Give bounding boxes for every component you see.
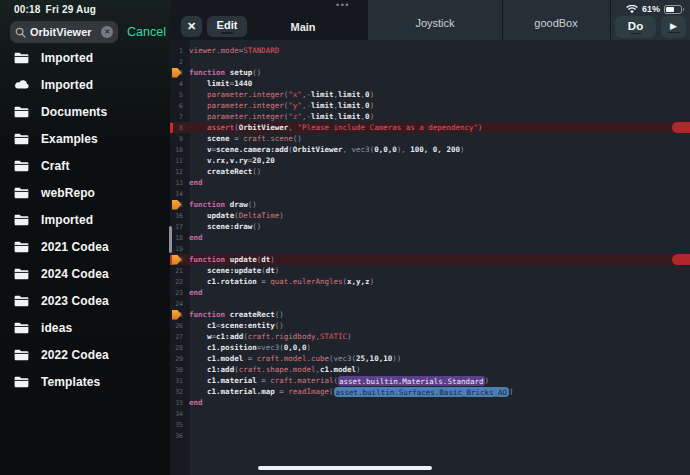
sidebar-item-craft[interactable]: Craft xyxy=(0,152,170,179)
code-line-7[interactable]: 7 parameter.integer("z",-limit,limit,0) xyxy=(170,111,690,122)
tab-more-icon[interactable]: ••• xyxy=(323,0,363,10)
code-line-28[interactable]: 28 c1.position=vec3(0,0,0) xyxy=(170,342,690,353)
sidebar-item-label: 2023 Codea xyxy=(41,294,109,308)
code-line-14[interactable]: 14 xyxy=(170,188,690,199)
do-button[interactable]: Do xyxy=(615,16,656,38)
code-text: c1.material.map = readImage(asset.builti… xyxy=(189,387,514,396)
code-line-12[interactable]: 12 createRect() xyxy=(170,166,690,177)
folder-icon xyxy=(14,159,31,172)
sidebar-item-label: Imported xyxy=(41,78,93,92)
sidebar-item-documents[interactable]: Documents xyxy=(0,98,170,125)
code-line-19[interactable]: 19 xyxy=(170,243,690,254)
code-line-26[interactable]: 26 c1=scene:entity() xyxy=(170,320,690,331)
code-line-8[interactable]: 8 assert(OrbitViewer, "Please include Ca… xyxy=(170,122,690,133)
sidebar-item-2022-codea[interactable]: 2022 Codea xyxy=(0,341,170,368)
code-text: function update(dt) xyxy=(189,255,275,264)
code-line-1[interactable]: 1viewer.mode=STANDARD xyxy=(170,45,690,56)
battery-percent: 61% xyxy=(642,4,660,14)
code-lines: 1viewer.mode=STANDARD23function setup()4… xyxy=(170,45,690,441)
edit-button[interactable]: Edit xyxy=(207,16,247,37)
line-number: 29 xyxy=(170,355,187,363)
line-number: 5 xyxy=(170,91,187,99)
line-number: 30 xyxy=(170,366,187,374)
sidebar-item-label: Craft xyxy=(41,159,70,173)
sidebar-item-imported[interactable]: Imported xyxy=(0,44,170,71)
code-text: function setup() xyxy=(189,68,261,77)
code-line-20[interactable]: 20function update(dt) xyxy=(170,254,690,265)
line-number: 11 xyxy=(170,157,187,165)
code-line-17[interactable]: 17 scene:draw() xyxy=(170,221,690,232)
code-area[interactable]: 1viewer.mode=STANDARD23function setup()4… xyxy=(170,40,690,475)
sidebar-item-2024-codea[interactable]: 2024 Codea xyxy=(0,260,170,287)
line-number: 9 xyxy=(170,135,187,143)
sidebar-scrollbar[interactable] xyxy=(169,226,172,253)
code-line-11[interactable]: 11 v.rx,v.ry=20,20 xyxy=(170,155,690,166)
code-line-32[interactable]: 32 c1.material.map = readImage(asset.bui… xyxy=(170,386,690,397)
home-indicator[interactable] xyxy=(258,466,432,471)
close-project-button[interactable]: ✕ xyxy=(181,16,202,37)
code-line-36[interactable]: 36 xyxy=(170,430,690,441)
editor: ✕ Edit ••• Main Joystick goodBox Do ▶ xyxy=(170,0,690,475)
code-line-22[interactable]: 22 c1.rotation = quat.eulerAngles(x,y,z) xyxy=(170,276,690,287)
code-text: scene = craft.scene() xyxy=(189,134,302,143)
code-line-18[interactable]: 18end xyxy=(170,232,690,243)
folder-icon xyxy=(14,375,31,388)
tab-main[interactable]: Main xyxy=(263,21,343,33)
code-line-16[interactable]: 16 update(DeltaTime) xyxy=(170,210,690,221)
editor-header: ✕ Edit ••• Main Joystick goodBox Do ▶ xyxy=(170,0,690,40)
code-line-27[interactable]: 27 w=c1:add(craft.rigidbody,STATIC) xyxy=(170,331,690,342)
code-line-34[interactable]: 34 xyxy=(170,408,690,419)
code-line-15[interactable]: 15function draw() xyxy=(170,199,690,210)
code-line-30[interactable]: 30 c1:add(craft.shape.model,c1.model) xyxy=(170,364,690,375)
line-number: 19 xyxy=(170,245,187,253)
line-number: 24 xyxy=(170,300,187,308)
code-line-31[interactable]: 31 c1.material = craft.material(asset.bu… xyxy=(170,375,690,386)
folder-icon xyxy=(14,105,31,118)
error-marker[interactable] xyxy=(672,254,690,265)
run-button[interactable]: ▶ xyxy=(661,16,686,38)
code-line-3[interactable]: 3function setup() xyxy=(170,67,690,78)
code-text: parameter.integer("y",-limit,limit,0) xyxy=(189,101,374,110)
search-input[interactable]: OrbitViewer ✕ xyxy=(10,21,118,43)
code-text: c1.rotation = quat.eulerAngles(x,y,z) xyxy=(189,277,374,286)
tab-goodbox[interactable]: goodBox xyxy=(502,0,610,40)
code-line-10[interactable]: 10 v=scene.camera:add(OrbitViewer, vec3(… xyxy=(170,144,690,155)
code-text: end xyxy=(189,288,203,297)
code-line-29[interactable]: 29 c1.model = craft.model.cube(vec3(25,1… xyxy=(170,353,690,364)
code-line-6[interactable]: 6 parameter.integer("y",-limit,limit,0) xyxy=(170,100,690,111)
code-line-2[interactable]: 2 xyxy=(170,56,690,67)
sidebar-item-webrepo[interactable]: webRepo xyxy=(0,179,170,206)
sidebar-item-ideas[interactable]: ideas xyxy=(0,314,170,341)
code-line-33[interactable]: 33end xyxy=(170,397,690,408)
code-line-9[interactable]: 9 scene = craft.scene() xyxy=(170,133,690,144)
code-text: scene:update(dt) xyxy=(189,266,279,275)
code-line-24[interactable]: 24 xyxy=(170,298,690,309)
sidebar-folder-list: ImportedImportedDocumentsExamplesCraftwe… xyxy=(0,44,170,395)
code-line-35[interactable]: 35 xyxy=(170,419,690,430)
sidebar-item-templates[interactable]: Templates xyxy=(0,368,170,395)
tab-joystick[interactable]: Joystick xyxy=(368,0,502,40)
code-line-5[interactable]: 5 parameter.integer("x",-limit,limit,0) xyxy=(170,89,690,100)
sidebar-item-examples[interactable]: Examples xyxy=(0,125,170,152)
code-text: scene:draw() xyxy=(189,222,261,231)
code-line-23[interactable]: 23end xyxy=(170,287,690,298)
code-line-4[interactable]: 4 limit=1440 xyxy=(170,78,690,89)
cancel-search-button[interactable]: Cancel xyxy=(127,25,166,39)
code-line-25[interactable]: 25function createRect() xyxy=(170,309,690,320)
sidebar-item-imported[interactable]: Imported xyxy=(0,71,170,98)
error-marker[interactable] xyxy=(672,122,690,133)
sidebar-item-2021-codea[interactable]: 2021 Codea xyxy=(0,233,170,260)
sidebar: 00:18Fri 29 Aug OrbitViewer ✕ Cancel Imp… xyxy=(0,0,170,475)
sidebar-item-label: webRepo xyxy=(41,186,95,200)
sidebar-item-label: 2022 Codea xyxy=(41,348,109,362)
sidebar-item-label: Examples xyxy=(41,132,98,146)
sidebar-item-imported[interactable]: Imported xyxy=(0,206,170,233)
code-line-21[interactable]: 21 scene:update(dt) xyxy=(170,265,690,276)
run-key-underline xyxy=(668,32,680,34)
line-number: 14 xyxy=(170,190,187,198)
sidebar-item-2023-codea[interactable]: 2023 Codea xyxy=(0,287,170,314)
code-text: c1=scene:entity() xyxy=(189,321,284,330)
screen: 00:18Fri 29 Aug OrbitViewer ✕ Cancel Imp… xyxy=(0,0,690,475)
code-line-13[interactable]: 13end xyxy=(170,177,690,188)
clear-search-button[interactable]: ✕ xyxy=(101,26,113,38)
